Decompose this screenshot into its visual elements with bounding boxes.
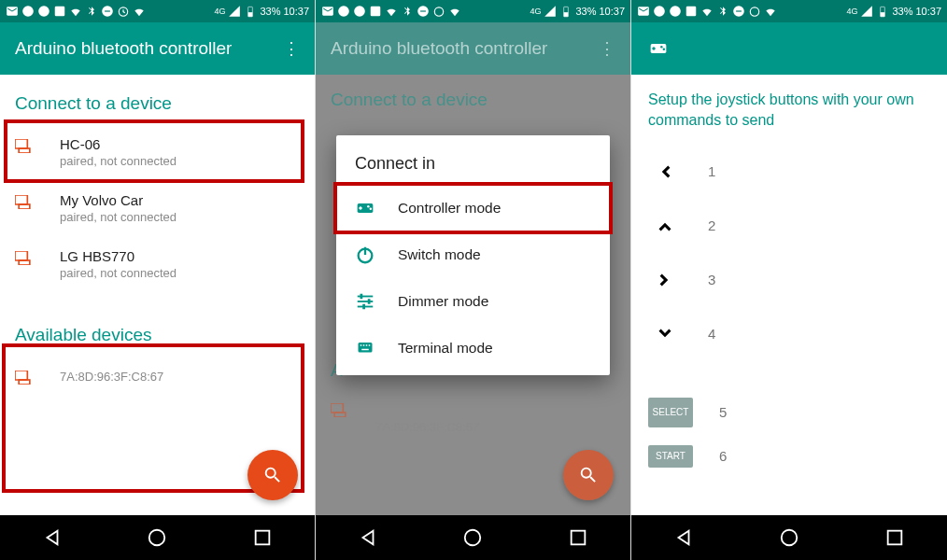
- dialog-option-label: Controller mode: [398, 200, 501, 217]
- svg-rect-22: [420, 10, 426, 11]
- wifi-icon: [385, 5, 398, 18]
- search-icon: [262, 465, 283, 485]
- nav-home-icon[interactable]: [779, 527, 799, 548]
- status-bar: 4G 33% 10:37: [316, 0, 630, 22]
- device-status: paired, not connected: [60, 154, 177, 168]
- chevron-right-icon: [648, 263, 682, 297]
- svg-rect-36: [358, 301, 374, 302]
- svg-point-32: [370, 208, 373, 211]
- wifi-icon-2: [764, 5, 777, 18]
- fab-search[interactable]: [247, 450, 298, 500]
- keyboard-icon: [355, 338, 375, 358]
- nav-recent-icon[interactable]: [884, 527, 905, 548]
- instruction-text: Setup the joystick buttons with your own…: [631, 75, 947, 145]
- svg-rect-30: [359, 207, 361, 209]
- dialog-option-dimmer[interactable]: Dimmer mode: [336, 278, 610, 325]
- messenger-icon-2: [669, 5, 682, 18]
- svg-rect-11: [19, 204, 30, 209]
- section-available-title: Available devices: [15, 325, 300, 345]
- dialog-option-switch[interactable]: Switch mode: [336, 231, 610, 278]
- svg-rect-12: [15, 251, 27, 260]
- dialog-option-controller[interactable]: Controller mode: [336, 185, 610, 231]
- svg-rect-10: [15, 195, 27, 204]
- nav-home-icon[interactable]: [462, 527, 483, 548]
- select-button-icon: SELECT: [648, 398, 693, 427]
- joystick-row-up[interactable]: 2: [631, 199, 947, 253]
- messenger-icon: [21, 5, 35, 18]
- svg-point-0: [22, 6, 34, 17]
- overflow-menu-icon[interactable]: ⋮: [283, 38, 300, 59]
- dialog-option-terminal[interactable]: Terminal mode: [336, 325, 610, 375]
- alarm-icon: [117, 5, 130, 18]
- messenger-icon-2: [353, 5, 366, 18]
- wifi-icon: [69, 5, 82, 18]
- status-bar: 4G 33% 10:37: [631, 0, 947, 22]
- wifi-icon-2: [448, 5, 461, 18]
- svg-point-16: [149, 530, 165, 546]
- screen-device-list: 4G 33% 10:37 Arduino bluetooth controlle…: [0, 0, 316, 560]
- alarm-icon: [432, 5, 445, 18]
- device-item-volvo[interactable]: My Volvo Car paired, not connected: [15, 181, 300, 237]
- bluetooth-icon: [401, 5, 414, 18]
- joystick-number: 6: [719, 448, 727, 464]
- nav-back-icon[interactable]: [673, 527, 694, 548]
- status-bar: 4G 33% 10:37: [0, 0, 315, 22]
- svg-rect-43: [363, 344, 365, 346]
- svg-point-23: [434, 7, 443, 16]
- bluetooth-icon: [85, 5, 98, 18]
- device-item-lg[interactable]: LG HBS770 paired, not connected: [15, 237, 300, 293]
- gmail-icon: [321, 5, 334, 18]
- joystick-row-down[interactable]: 4: [631, 307, 947, 361]
- overflow-menu-icon: ⋮: [599, 38, 615, 59]
- svg-point-31: [367, 205, 370, 208]
- joystick-row-start[interactable]: START 6: [631, 436, 947, 473]
- action-bar: [631, 22, 947, 75]
- chevron-left-icon: [648, 155, 682, 189]
- network-label: 4G: [214, 7, 225, 16]
- joystick-row-left[interactable]: 1: [631, 145, 947, 199]
- nav-back-icon[interactable]: [358, 527, 378, 548]
- svg-point-49: [654, 6, 665, 17]
- svg-point-61: [663, 49, 666, 51]
- photo-icon: [685, 5, 698, 18]
- device-icon: [15, 251, 34, 265]
- svg-point-1: [38, 6, 49, 17]
- gmail-icon: [6, 5, 19, 18]
- joystick-number: 4: [708, 326, 715, 342]
- nav-recent-icon[interactable]: [252, 527, 273, 548]
- controller-icon: [646, 39, 671, 58]
- search-icon: [578, 465, 599, 485]
- chevron-up-icon: [648, 209, 682, 243]
- connect-dialog: Connect in Controller mode Switch mode: [336, 135, 610, 375]
- content-area: Connect to a device HC-06 paired, not co…: [0, 75, 315, 413]
- nav-recent-icon[interactable]: [568, 527, 588, 548]
- svg-point-62: [782, 530, 798, 546]
- controller-icon: [355, 198, 375, 218]
- wifi-icon-2: [133, 5, 146, 18]
- dialog-option-label: Switch mode: [398, 246, 481, 263]
- network-label: 4G: [846, 7, 857, 16]
- nav-back-icon[interactable]: [42, 527, 63, 548]
- device-icon: [15, 371, 34, 385]
- svg-rect-48: [571, 531, 585, 545]
- device-icon: [15, 139, 34, 153]
- app-title: Arduino bluetooth controller: [331, 38, 547, 59]
- joystick-number: 1: [708, 163, 715, 179]
- device-item-hc06[interactable]: HC-06 paired, not connected: [15, 125, 300, 181]
- screen-connect-dialog: 4G 33% 10:37 Arduino bluetooth controlle…: [316, 0, 631, 560]
- action-bar: Arduino bluetooth controller ⋮: [0, 22, 315, 75]
- dnd-icon: [417, 5, 430, 18]
- fab-search-dimmed: [563, 450, 614, 500]
- nav-home-icon[interactable]: [147, 527, 167, 548]
- svg-point-54: [750, 7, 758, 16]
- device-item-available[interactable]: 7A:8D:96:3F:C8:67: [15, 357, 300, 398]
- joystick-row-select[interactable]: SELECT 5: [631, 389, 947, 436]
- svg-rect-13: [19, 260, 30, 265]
- svg-rect-20: [371, 7, 381, 17]
- svg-point-60: [660, 46, 663, 49]
- joystick-number: 2: [708, 217, 715, 233]
- network-label: 4G: [530, 7, 541, 16]
- section-title-dimmed: Connect to a device: [331, 90, 488, 110]
- svg-rect-63: [887, 531, 901, 545]
- joystick-row-right[interactable]: 3: [631, 253, 947, 307]
